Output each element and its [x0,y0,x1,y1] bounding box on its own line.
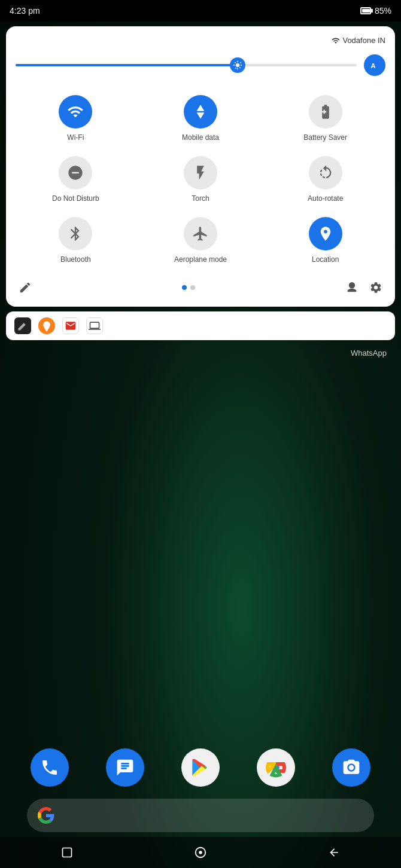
google-logo [37,806,56,825]
auto-rotate-label: Auto-rotate [308,194,343,203]
messages-app-icon[interactable] [106,748,144,787]
g-icon [38,807,54,824]
carrier-row: Vodafone IN [16,36,385,45]
mobile-data-toggle[interactable]: Mobile data [141,90,261,146]
bluetooth-toggle[interactable]: Bluetooth [16,212,136,268]
toggle-grid: Wi-Fi Mobile data Battery Saver [16,90,385,268]
status-bar: 4:23 pm 85% [0,0,401,22]
back-icon [328,846,340,858]
dock-area [12,748,389,796]
aeroplane-label: Aeroplane mode [174,255,227,264]
auto-brightness-icon: A [369,59,381,71]
battery-saver-icon [317,103,334,120]
quick-settings-panel: Vodafone IN A [6,26,395,307]
status-right: 85% [360,6,391,16]
play-store-app-icon[interactable] [181,748,220,787]
phone-app-icon[interactable] [31,748,69,787]
brightness-row: A [16,54,385,76]
laptop-app-icon [86,317,103,334]
sketchbook-app-icon [14,317,31,334]
qs-bottom-bar [16,273,385,297]
home-button[interactable] [189,841,212,864]
recents-button[interactable] [55,841,79,864]
signal-icon [332,36,340,45]
auto-brightness-button[interactable]: A [364,54,385,76]
aeroplane-circle [184,217,217,250]
page-dot-2 [190,285,195,290]
recents-icon [61,846,73,858]
swiggy-icon [41,320,53,332]
gmail-app-icon [62,317,79,334]
chrome-icon [265,757,287,778]
torch-label: Torch [192,194,209,203]
battery-percent: 85% [375,6,391,16]
brightness-thumb [230,57,245,73]
swiggy-app-icon [38,317,55,334]
user-button[interactable] [342,278,361,297]
svg-text:A: A [370,62,376,69]
camera-app-icon[interactable] [332,748,370,787]
gmail-icon [65,320,77,332]
page-dot-1 [182,285,187,290]
whatsapp-label-area: WhatsApp [0,347,401,358]
whatsapp-text: WhatsApp [351,349,387,357]
aeroplane-mode-toggle[interactable]: Aeroplane mode [141,212,261,268]
wifi-label: Wi-Fi [67,133,84,142]
brightness-slider[interactable] [16,58,357,72]
battery-saver-toggle[interactable]: Battery Saver [265,90,385,146]
back-button[interactable] [322,841,346,864]
location-label: Location [312,255,339,264]
edit-button[interactable] [16,278,35,297]
mobile-data-label: Mobile data [182,133,219,142]
dock-row [12,748,389,787]
sun-icon [233,60,242,70]
brightness-fill [16,64,238,66]
auto-rotate-toggle[interactable]: Auto-rotate [265,151,385,207]
auto-rotate-circle [309,156,342,190]
phone-icon [40,758,59,777]
mobile-data-icon [192,103,209,120]
battery-saver-label: Battery Saver [303,133,347,142]
notification-bar[interactable] [6,311,395,340]
user-icon [345,281,359,294]
bluetooth-label: Bluetooth [60,255,91,264]
dnd-circle [59,156,92,190]
battery-icon [360,7,371,14]
time-display: 4:23 pm [10,6,40,16]
location-circle [309,217,342,250]
location-icon [317,225,334,242]
bluetooth-icon [67,225,84,242]
location-toggle[interactable]: Location [265,212,385,268]
dnd-label: Do Not Disturb [52,194,99,203]
carrier-label: Vodafone IN [342,36,385,45]
brightness-track [16,64,357,66]
aeroplane-icon [192,225,209,242]
messages-icon [116,758,135,777]
play-store-icon [190,757,211,778]
sketchbook-icon [17,320,29,332]
settings-icon [369,281,382,294]
search-bar[interactable] [27,799,374,832]
nav-bar [0,837,401,868]
wifi-circle [59,95,92,129]
do-not-disturb-toggle[interactable]: Do Not Disturb [16,151,136,207]
edit-icon [19,281,32,294]
torch-circle [184,156,217,190]
wifi-toggle[interactable]: Wi-Fi [16,90,136,146]
laptop-icon [89,320,101,332]
svg-rect-4 [62,848,71,857]
svg-point-6 [199,851,202,854]
mobile-data-circle [184,95,217,129]
dnd-icon [67,164,84,181]
chrome-app-icon[interactable] [257,748,295,787]
auto-rotate-icon [317,164,334,181]
torch-toggle[interactable]: Torch [141,151,261,207]
home-icon [194,846,207,859]
settings-button[interactable] [366,278,385,297]
bluetooth-circle [59,217,92,250]
wifi-icon [67,103,84,120]
battery-saver-circle [309,95,342,129]
torch-icon [192,164,209,181]
page-indicator [182,285,195,290]
camera-icon [342,758,361,777]
